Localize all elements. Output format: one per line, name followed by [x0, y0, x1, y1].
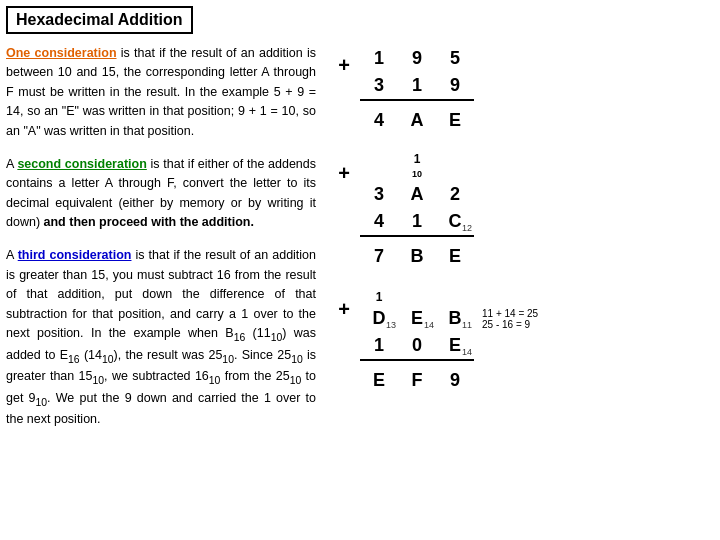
para3-text6: ), the result was 25: [114, 348, 223, 362]
sub-10h: 10: [36, 396, 48, 407]
table-3: 1 D13 E14 B11 1 0 E14 E: [360, 288, 474, 394]
plus-3: +: [336, 288, 352, 321]
consideration-3-label: third consideration: [18, 248, 132, 262]
table-2: 110 3 A 2 4 1 C12 7 B: [360, 152, 474, 270]
example-2: + 110 3 A 2 4 1 C12: [336, 152, 714, 270]
para3-text9: , we subtracted 16: [104, 369, 209, 383]
ex2-row2: 4 1 C12: [360, 208, 474, 236]
math-column: + 1 9 5 3 1 9 4 A E: [326, 44, 714, 444]
text-column: One consideration is that if the result …: [6, 44, 316, 444]
para3-text7: . Since 25: [234, 348, 291, 362]
ex1-result: 4 A E: [360, 106, 474, 134]
ex3-row2: 1 0 E14: [360, 332, 474, 360]
para3-text10: from the 25: [220, 369, 289, 383]
content-area: One consideration is that if the result …: [6, 44, 714, 444]
sub-10d: 10: [291, 353, 303, 364]
para3-text3: (11: [245, 326, 270, 340]
ex2-result: 7 B E: [360, 242, 474, 270]
title-box: Hexadecimal Addition: [6, 6, 193, 34]
ex3-result: E F 9: [360, 366, 474, 394]
example-3: + 1 D13 E14 B11 1 0 E14: [336, 288, 714, 394]
ex3-carry: 1: [360, 288, 474, 304]
ex1-row2: 3 1 9: [360, 72, 474, 100]
consideration-1-label: One consideration: [6, 46, 117, 60]
paragraph-1: One consideration is that if the result …: [6, 44, 316, 141]
para2-text3: and then proceed with the addition.: [44, 215, 254, 229]
sub-10f: 10: [209, 375, 221, 386]
table-1: 1 9 5 3 1 9 4 A E: [360, 44, 474, 134]
para3-text5: (14: [80, 348, 102, 362]
plus-2: +: [336, 152, 352, 185]
ex2-carry: 110: [360, 152, 474, 180]
sub-10e: 10: [93, 375, 105, 386]
sub-16b: 16: [68, 353, 80, 364]
consideration-2-label: second consideration: [17, 157, 146, 171]
note-column: 11 + 14 = 25 25 - 16 = 9: [482, 288, 538, 330]
sub-10c: 10: [222, 353, 234, 364]
sub-10b: 10: [102, 353, 114, 364]
ex1-row1: 1 9 5: [360, 44, 474, 72]
para3-text12: . We put the 9 down and carried the 1 ov…: [6, 391, 316, 427]
example-1: + 1 9 5 3 1 9 4 A E: [336, 44, 714, 134]
paragraph-3: A third consideration is that if the res…: [6, 246, 316, 429]
page-title: Hexadecimal Addition: [16, 11, 183, 28]
plus-1: +: [336, 44, 352, 77]
note-line2: 25 - 16 = 9: [482, 319, 538, 330]
note-line1: 11 + 14 = 25: [482, 308, 538, 319]
ex3-row1: D13 E14 B11: [360, 304, 474, 332]
sub-10a: 10: [271, 331, 283, 342]
para3-text2: In the example when B: [84, 326, 234, 340]
sub-16a: 16: [234, 331, 246, 342]
ex2-row1: 3 A 2: [360, 180, 474, 208]
sub-10g: 10: [290, 375, 302, 386]
paragraph-2: A second consideration is that if either…: [6, 155, 316, 233]
